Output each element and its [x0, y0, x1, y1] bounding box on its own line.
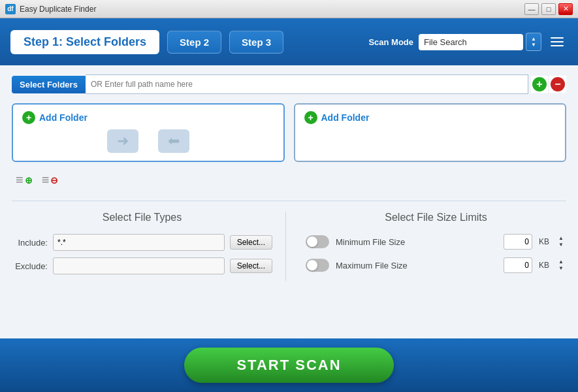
app-icon-text: df	[7, 5, 13, 12]
scan-mode-section: Scan Mode File Search Music Search Image…	[368, 33, 568, 51]
arrow-right-icon: ➜	[107, 129, 138, 153]
file-size-section: Select File Size Limits Minimum File Siz…	[286, 212, 566, 281]
titlebar: df Easy Duplicate Finder — □ ✕	[0, 0, 578, 18]
scan-mode-select[interactable]: File Search Music Search Image Search	[419, 34, 523, 50]
path-add-button[interactable]: +	[531, 76, 548, 93]
select-folders-button[interactable]: Select Folders	[12, 76, 86, 93]
content-area: Select Folders + − + Add Folder ➜ ⬅	[0, 65, 578, 338]
toggle-knob-2	[307, 260, 317, 270]
max-size-arrows[interactable]: ▲ ▼	[556, 257, 566, 273]
scan-mode-label: Scan Mode	[368, 37, 413, 47]
minimize-button[interactable]: —	[524, 3, 539, 15]
left-folder-panel: + Add Folder ➜ ⬅	[12, 103, 285, 162]
min-size-input[interactable]	[504, 234, 532, 250]
close-button[interactable]: ✕	[558, 3, 573, 15]
maximize-button[interactable]: □	[541, 3, 556, 15]
exclude-select-button[interactable]: Select...	[230, 259, 272, 273]
include-input[interactable]	[53, 234, 225, 251]
include-label: Include:	[12, 238, 48, 248]
right-folder-panel: + Add Folder	[294, 103, 567, 162]
file-size-title: Select File Size Limits	[306, 212, 566, 223]
list-icon: ≡	[16, 172, 24, 188]
menu-button[interactable]	[547, 33, 568, 51]
step1-tab[interactable]: Step 1: Select Folders	[10, 30, 159, 54]
list-plus-icon: ⊕	[25, 175, 33, 186]
include-row: Include: Select...	[12, 234, 272, 251]
path-remove-button[interactable]: −	[549, 76, 566, 93]
min-size-label: Minimum File Size	[336, 237, 497, 247]
file-types-title: Select File Types	[12, 212, 272, 223]
list-minus-icon: ⊖	[50, 175, 58, 186]
toggle-knob	[307, 237, 317, 247]
min-size-row: Minimum File Size KB ▲ ▼	[306, 234, 566, 250]
max-size-row: Maximum File Size KB ▲ ▼	[306, 257, 566, 273]
list-add-button[interactable]: ≡ ⊕	[14, 171, 34, 189]
step3-tab[interactable]: Step 3	[229, 31, 283, 54]
list-remove-button[interactable]: ≡ ⊖	[40, 171, 60, 189]
left-add-folder[interactable]: + Add Folder	[22, 111, 88, 124]
max-size-label: Maximum File Size	[336, 261, 497, 270]
step2-tab[interactable]: Step 2	[167, 31, 221, 54]
remove-icon: −	[551, 77, 565, 91]
max-size-unit: KB	[539, 261, 549, 270]
app-title: Easy Duplicate Finder	[20, 5, 524, 14]
left-add-icon: +	[22, 111, 35, 124]
exclude-row: Exclude: Select...	[12, 257, 272, 274]
window-controls: — □ ✕	[524, 3, 573, 15]
include-select-button[interactable]: Select...	[230, 235, 272, 250]
add-icon: +	[532, 77, 547, 91]
folder-panels: + Add Folder ➜ ⬅ + Add Folder	[12, 103, 566, 162]
folder-arrows: ➜ ⬅	[107, 129, 189, 153]
max-size-toggle[interactable]	[306, 259, 329, 272]
list-icon-2: ≡	[42, 172, 50, 188]
list-buttons-row: ≡ ⊕ ≡ ⊖	[12, 171, 566, 189]
max-size-input[interactable]	[504, 257, 532, 273]
right-add-icon: +	[304, 111, 317, 124]
path-input[interactable]	[86, 74, 528, 94]
path-row: Select Folders + −	[12, 74, 566, 94]
exclude-label: Exclude:	[12, 261, 48, 271]
main-header: Step 1: Select Folders Step 2 Step 3 Sca…	[0, 18, 578, 65]
min-size-toggle[interactable]	[306, 235, 329, 248]
two-column-section: Select File Types Include: Select... Exc…	[12, 201, 566, 281]
start-scan-button[interactable]: START SCAN	[184, 348, 393, 383]
app-icon: df	[5, 4, 16, 14]
arrow-left-icon: ⬅	[158, 129, 189, 153]
file-types-section: Select File Types Include: Select... Exc…	[12, 212, 286, 281]
min-size-unit: KB	[539, 237, 549, 246]
right-add-folder[interactable]: + Add Folder	[304, 111, 370, 124]
scan-area: START SCAN	[0, 338, 578, 392]
scan-mode-arrows[interactable]: ▲ ▼	[526, 33, 541, 51]
min-size-arrows[interactable]: ▲ ▼	[556, 234, 566, 250]
exclude-input[interactable]	[53, 257, 225, 274]
